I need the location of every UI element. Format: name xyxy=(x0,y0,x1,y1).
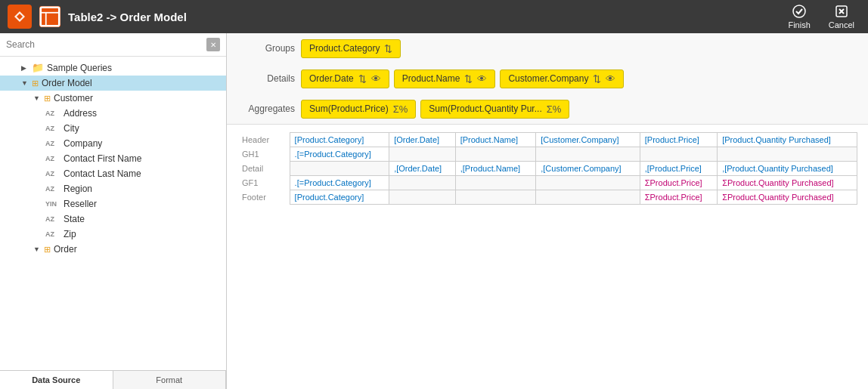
aggregates-label: Aggregates xyxy=(234,103,295,114)
topbar: Table2 -> Order Model Finish Cancel xyxy=(0,0,868,33)
preview-cell xyxy=(389,190,456,205)
aggregates-pills: Sum(Product.Price) Σ% Sum(Product.Quanti… xyxy=(301,100,860,119)
detail-pill-customer-company[interactable]: Customer.Company ⇅ 👁 xyxy=(500,69,624,88)
type-badge: AZ xyxy=(45,230,60,238)
agg-pill-label: Sum(Product.Quantity Pur... xyxy=(429,103,541,114)
sidebar-item-label: Company xyxy=(64,138,102,149)
preview-cell: ΣProduct.Price] xyxy=(640,176,717,190)
sidebar-item-label: Address xyxy=(64,108,97,119)
details-label: Details xyxy=(234,73,295,84)
eye-icon: 👁 xyxy=(477,73,487,85)
search-input[interactable] xyxy=(6,39,203,50)
details-pills: Order.Date ⇅ 👁 Product.Name ⇅ 👁 Customer… xyxy=(301,69,860,88)
sidebar-item-region[interactable]: AZ Region xyxy=(0,181,226,196)
type-badge: AZ xyxy=(45,140,60,147)
preview-table: Header[Product.Category][Order.Date][Pro… xyxy=(237,132,857,205)
preview-cell xyxy=(455,176,536,190)
sidebar-tabs: Data Source Format xyxy=(0,370,226,389)
sidebar-item-state[interactable]: AZ State xyxy=(0,211,226,227)
table-row: GF1.[=Product.Category]ΣProduct.Price]ΣP… xyxy=(237,176,857,190)
finish-button[interactable]: Finish xyxy=(782,1,816,32)
type-badge: AZ xyxy=(45,185,60,193)
preview-cell: ΣProduct.Quantity Purchased] xyxy=(718,176,857,190)
search-bar: ✕ xyxy=(0,33,226,57)
chevron-down-icon: ▼ xyxy=(21,79,29,87)
sort-icon: ⇅ xyxy=(593,73,601,85)
groups-row: Groups Product.Category ⇅ xyxy=(227,33,868,63)
sidebar-item-zip[interactable]: AZ Zip xyxy=(0,227,226,242)
type-badge: AZ xyxy=(45,125,60,132)
table-row: Header[Product.Category][Order.Date][Pro… xyxy=(237,133,857,147)
preview-cell: .[=Product.Category] xyxy=(290,147,389,162)
sidebar-item-city[interactable]: AZ City xyxy=(0,121,226,136)
sidebar-item-order-model[interactable]: ▼ ⊞ Order Model xyxy=(0,76,226,91)
preview-cell: [Product.Category] xyxy=(290,190,389,205)
sidebar: ✕ ▶ 📁 Sample Queries ▼ ⊞ Order Model ▼ ⊞ xyxy=(0,33,227,389)
sidebar-item-address[interactable]: AZ Address xyxy=(0,106,226,121)
row-label: GF1 xyxy=(237,176,290,190)
config-panel: Groups Product.Category ⇅ Details Order.… xyxy=(227,33,868,125)
sigma-icon: Σ% xyxy=(547,103,562,115)
preview-cell xyxy=(290,162,389,176)
sidebar-item-label: Reseller xyxy=(64,199,97,209)
preview-cell: ΣProduct.Quantity Purchased] xyxy=(718,190,857,205)
table-icon: ⊞ xyxy=(32,79,39,88)
preview-cell: [Customer.Company] xyxy=(536,133,640,147)
preview-cell xyxy=(536,190,640,205)
sidebar-tree: ▶ 📁 Sample Queries ▼ ⊞ Order Model ▼ ⊞ C… xyxy=(0,57,226,370)
sidebar-item-order[interactable]: ▼ ⊞ Order xyxy=(0,242,226,257)
table-icon: ⊞ xyxy=(44,94,51,103)
table-icon: ⊞ xyxy=(44,245,51,255)
sidebar-item-sample-queries[interactable]: ▶ 📁 Sample Queries xyxy=(0,60,226,76)
sidebar-item-customer[interactable]: ▼ ⊞ Customer xyxy=(0,91,226,106)
row-label: Detail xyxy=(237,162,290,176)
folder-icon: 📁 xyxy=(32,62,44,73)
table-row: Footer[Product.Category]ΣProduct.Price]Σ… xyxy=(237,190,857,205)
chevron-down-icon: ▼ xyxy=(33,94,41,102)
tab-data-source[interactable]: Data Source xyxy=(0,371,113,389)
agg-pill-sum-qty[interactable]: Sum(Product.Quantity Pur... Σ% xyxy=(420,100,569,119)
sidebar-item-label: Sample Queries xyxy=(47,63,112,73)
sidebar-item-contact-last-name[interactable]: AZ Contact Last Name xyxy=(0,166,226,181)
groups-label: Groups xyxy=(234,43,295,54)
row-label: Header xyxy=(237,133,290,147)
type-badge: AZ xyxy=(45,215,60,223)
preview-cell: ΣProduct.Price] xyxy=(640,190,717,205)
cancel-button[interactable]: Cancel xyxy=(823,1,860,32)
sidebar-item-label: Contact Last Name xyxy=(64,168,141,179)
preview-cell xyxy=(455,190,536,205)
eye-icon: 👁 xyxy=(371,73,381,85)
group-pill-product-category[interactable]: Product.Category ⇅ xyxy=(301,39,401,58)
sidebar-item-company[interactable]: AZ Company xyxy=(0,136,226,151)
main-layout: ✕ ▶ 📁 Sample Queries ▼ ⊞ Order Model ▼ ⊞ xyxy=(0,33,868,389)
groups-pills: Product.Category ⇅ xyxy=(301,39,860,58)
detail-pill-label: Customer.Company xyxy=(508,73,588,84)
sidebar-item-reseller[interactable]: YIN Reseller xyxy=(0,196,226,211)
preview-cell: ,[Order.Date] xyxy=(389,162,456,176)
detail-pill-order-date[interactable]: Order.Date ⇅ 👁 xyxy=(301,69,389,88)
detail-pill-product-name[interactable]: Product.Name ⇅ 👁 xyxy=(394,69,496,88)
detail-pill-label: Order.Date xyxy=(309,73,354,84)
tab-format[interactable]: Format xyxy=(113,371,227,389)
table-row: Detail,[Order.Date],[Product.Name],[Cust… xyxy=(237,162,857,176)
type-badge: AZ xyxy=(45,155,60,162)
search-clear-button[interactable]: ✕ xyxy=(206,38,220,51)
sort-icon: ⇅ xyxy=(358,73,367,85)
preview-cell xyxy=(536,147,640,162)
details-row: Details Order.Date ⇅ 👁 Product.Name ⇅ 👁 … xyxy=(227,63,868,94)
sidebar-item-label: Order Model xyxy=(42,78,92,88)
preview-cell xyxy=(455,147,536,162)
type-badge: AZ xyxy=(45,170,60,178)
page-title: Table2 -> Order Model xyxy=(68,11,774,23)
svg-point-3 xyxy=(793,5,805,17)
sidebar-item-label: Zip xyxy=(64,229,76,239)
svg-rect-0 xyxy=(41,8,60,26)
preview-cell: ,[Product.Quantity Purchased] xyxy=(718,162,857,176)
agg-pill-sum-price[interactable]: Sum(Product.Price) Σ% xyxy=(301,100,416,119)
sidebar-item-label: Order xyxy=(54,244,77,255)
sort-icon: ⇅ xyxy=(464,73,473,85)
detail-pill-label: Product.Name xyxy=(402,73,460,84)
app-logo xyxy=(8,5,32,29)
sidebar-item-contact-first-name[interactable]: AZ Contact First Name xyxy=(0,151,226,166)
preview-cell xyxy=(536,176,640,190)
